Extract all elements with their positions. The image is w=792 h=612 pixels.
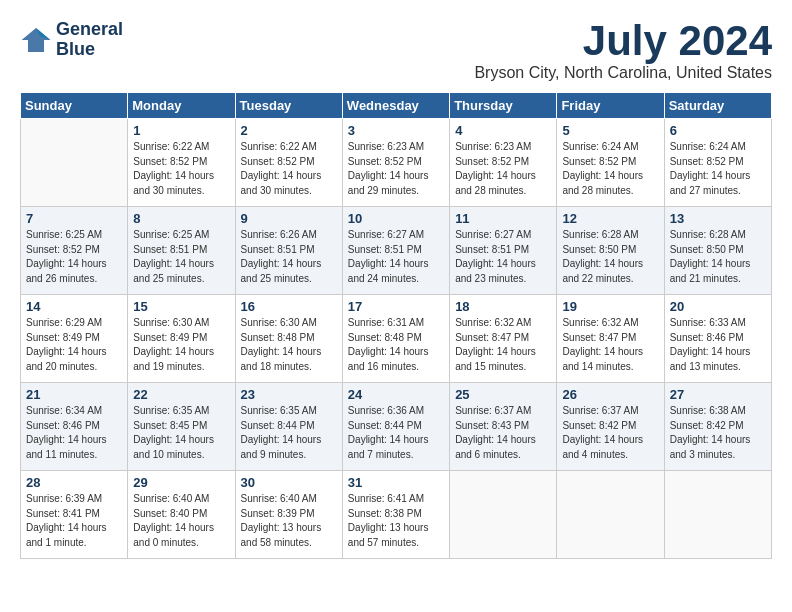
day-header-friday: Friday bbox=[557, 93, 664, 119]
calendar-cell bbox=[664, 471, 771, 559]
day-content: Sunrise: 6:30 AM Sunset: 8:48 PM Dayligh… bbox=[241, 316, 337, 374]
calendar-cell: 30Sunrise: 6:40 AM Sunset: 8:39 PM Dayli… bbox=[235, 471, 342, 559]
day-number: 4 bbox=[455, 123, 551, 138]
calendar-cell: 2Sunrise: 6:22 AM Sunset: 8:52 PM Daylig… bbox=[235, 119, 342, 207]
day-content: Sunrise: 6:23 AM Sunset: 8:52 PM Dayligh… bbox=[348, 140, 444, 198]
day-number: 6 bbox=[670, 123, 766, 138]
day-content: Sunrise: 6:33 AM Sunset: 8:46 PM Dayligh… bbox=[670, 316, 766, 374]
day-number: 7 bbox=[26, 211, 122, 226]
month-title: July 2024 bbox=[474, 20, 772, 62]
day-number: 25 bbox=[455, 387, 551, 402]
calendar-cell bbox=[557, 471, 664, 559]
day-content: Sunrise: 6:27 AM Sunset: 8:51 PM Dayligh… bbox=[455, 228, 551, 286]
calendar-cell: 20Sunrise: 6:33 AM Sunset: 8:46 PM Dayli… bbox=[664, 295, 771, 383]
day-content: Sunrise: 6:36 AM Sunset: 8:44 PM Dayligh… bbox=[348, 404, 444, 462]
title-block: July 2024 Bryson City, North Carolina, U… bbox=[474, 20, 772, 82]
day-content: Sunrise: 6:24 AM Sunset: 8:52 PM Dayligh… bbox=[670, 140, 766, 198]
day-number: 14 bbox=[26, 299, 122, 314]
day-content: Sunrise: 6:35 AM Sunset: 8:44 PM Dayligh… bbox=[241, 404, 337, 462]
day-content: Sunrise: 6:37 AM Sunset: 8:43 PM Dayligh… bbox=[455, 404, 551, 462]
calendar-week-row: 7Sunrise: 6:25 AM Sunset: 8:52 PM Daylig… bbox=[21, 207, 772, 295]
day-number: 13 bbox=[670, 211, 766, 226]
calendar-cell: 17Sunrise: 6:31 AM Sunset: 8:48 PM Dayli… bbox=[342, 295, 449, 383]
calendar-cell: 12Sunrise: 6:28 AM Sunset: 8:50 PM Dayli… bbox=[557, 207, 664, 295]
day-content: Sunrise: 6:32 AM Sunset: 8:47 PM Dayligh… bbox=[562, 316, 658, 374]
svg-marker-0 bbox=[22, 28, 51, 52]
calendar-cell: 26Sunrise: 6:37 AM Sunset: 8:42 PM Dayli… bbox=[557, 383, 664, 471]
day-content: Sunrise: 6:34 AM Sunset: 8:46 PM Dayligh… bbox=[26, 404, 122, 462]
calendar-cell: 7Sunrise: 6:25 AM Sunset: 8:52 PM Daylig… bbox=[21, 207, 128, 295]
day-content: Sunrise: 6:28 AM Sunset: 8:50 PM Dayligh… bbox=[562, 228, 658, 286]
location-title: Bryson City, North Carolina, United Stat… bbox=[474, 64, 772, 82]
day-number: 27 bbox=[670, 387, 766, 402]
day-number: 23 bbox=[241, 387, 337, 402]
calendar-cell: 22Sunrise: 6:35 AM Sunset: 8:45 PM Dayli… bbox=[128, 383, 235, 471]
day-content: Sunrise: 6:22 AM Sunset: 8:52 PM Dayligh… bbox=[133, 140, 229, 198]
calendar-cell: 1Sunrise: 6:22 AM Sunset: 8:52 PM Daylig… bbox=[128, 119, 235, 207]
day-content: Sunrise: 6:39 AM Sunset: 8:41 PM Dayligh… bbox=[26, 492, 122, 550]
logo-icon bbox=[20, 24, 52, 56]
day-content: Sunrise: 6:40 AM Sunset: 8:39 PM Dayligh… bbox=[241, 492, 337, 550]
day-number: 11 bbox=[455, 211, 551, 226]
calendar-cell: 29Sunrise: 6:40 AM Sunset: 8:40 PM Dayli… bbox=[128, 471, 235, 559]
day-content: Sunrise: 6:41 AM Sunset: 8:38 PM Dayligh… bbox=[348, 492, 444, 550]
logo: General Blue bbox=[20, 20, 123, 60]
day-content: Sunrise: 6:28 AM Sunset: 8:50 PM Dayligh… bbox=[670, 228, 766, 286]
calendar-cell: 13Sunrise: 6:28 AM Sunset: 8:50 PM Dayli… bbox=[664, 207, 771, 295]
calendar-cell: 5Sunrise: 6:24 AM Sunset: 8:52 PM Daylig… bbox=[557, 119, 664, 207]
day-number: 17 bbox=[348, 299, 444, 314]
day-content: Sunrise: 6:37 AM Sunset: 8:42 PM Dayligh… bbox=[562, 404, 658, 462]
calendar-week-row: 1Sunrise: 6:22 AM Sunset: 8:52 PM Daylig… bbox=[21, 119, 772, 207]
calendar-cell bbox=[21, 119, 128, 207]
calendar-cell: 15Sunrise: 6:30 AM Sunset: 8:49 PM Dayli… bbox=[128, 295, 235, 383]
day-header-tuesday: Tuesday bbox=[235, 93, 342, 119]
day-content: Sunrise: 6:24 AM Sunset: 8:52 PM Dayligh… bbox=[562, 140, 658, 198]
day-content: Sunrise: 6:38 AM Sunset: 8:42 PM Dayligh… bbox=[670, 404, 766, 462]
day-number: 9 bbox=[241, 211, 337, 226]
day-header-monday: Monday bbox=[128, 93, 235, 119]
day-content: Sunrise: 6:25 AM Sunset: 8:52 PM Dayligh… bbox=[26, 228, 122, 286]
day-number: 21 bbox=[26, 387, 122, 402]
calendar-cell: 21Sunrise: 6:34 AM Sunset: 8:46 PM Dayli… bbox=[21, 383, 128, 471]
day-header-saturday: Saturday bbox=[664, 93, 771, 119]
day-header-wednesday: Wednesday bbox=[342, 93, 449, 119]
calendar-cell: 25Sunrise: 6:37 AM Sunset: 8:43 PM Dayli… bbox=[450, 383, 557, 471]
calendar-cell: 6Sunrise: 6:24 AM Sunset: 8:52 PM Daylig… bbox=[664, 119, 771, 207]
calendar-cell: 23Sunrise: 6:35 AM Sunset: 8:44 PM Dayli… bbox=[235, 383, 342, 471]
day-content: Sunrise: 6:30 AM Sunset: 8:49 PM Dayligh… bbox=[133, 316, 229, 374]
day-content: Sunrise: 6:32 AM Sunset: 8:47 PM Dayligh… bbox=[455, 316, 551, 374]
day-number: 24 bbox=[348, 387, 444, 402]
day-number: 3 bbox=[348, 123, 444, 138]
day-number: 1 bbox=[133, 123, 229, 138]
day-number: 31 bbox=[348, 475, 444, 490]
day-number: 16 bbox=[241, 299, 337, 314]
calendar-cell: 27Sunrise: 6:38 AM Sunset: 8:42 PM Dayli… bbox=[664, 383, 771, 471]
day-content: Sunrise: 6:31 AM Sunset: 8:48 PM Dayligh… bbox=[348, 316, 444, 374]
calendar-cell: 9Sunrise: 6:26 AM Sunset: 8:51 PM Daylig… bbox=[235, 207, 342, 295]
day-number: 22 bbox=[133, 387, 229, 402]
calendar-cell: 31Sunrise: 6:41 AM Sunset: 8:38 PM Dayli… bbox=[342, 471, 449, 559]
day-number: 10 bbox=[348, 211, 444, 226]
logo-line1: General bbox=[56, 20, 123, 40]
calendar-week-row: 14Sunrise: 6:29 AM Sunset: 8:49 PM Dayli… bbox=[21, 295, 772, 383]
day-content: Sunrise: 6:23 AM Sunset: 8:52 PM Dayligh… bbox=[455, 140, 551, 198]
calendar-header-row: SundayMondayTuesdayWednesdayThursdayFrid… bbox=[21, 93, 772, 119]
day-number: 18 bbox=[455, 299, 551, 314]
calendar-week-row: 28Sunrise: 6:39 AM Sunset: 8:41 PM Dayli… bbox=[21, 471, 772, 559]
day-number: 12 bbox=[562, 211, 658, 226]
calendar-week-row: 21Sunrise: 6:34 AM Sunset: 8:46 PM Dayli… bbox=[21, 383, 772, 471]
calendar-cell bbox=[450, 471, 557, 559]
calendar-cell: 4Sunrise: 6:23 AM Sunset: 8:52 PM Daylig… bbox=[450, 119, 557, 207]
calendar-cell: 8Sunrise: 6:25 AM Sunset: 8:51 PM Daylig… bbox=[128, 207, 235, 295]
day-content: Sunrise: 6:22 AM Sunset: 8:52 PM Dayligh… bbox=[241, 140, 337, 198]
calendar-cell: 11Sunrise: 6:27 AM Sunset: 8:51 PM Dayli… bbox=[450, 207, 557, 295]
day-number: 2 bbox=[241, 123, 337, 138]
day-number: 26 bbox=[562, 387, 658, 402]
calendar-cell: 14Sunrise: 6:29 AM Sunset: 8:49 PM Dayli… bbox=[21, 295, 128, 383]
day-number: 29 bbox=[133, 475, 229, 490]
calendar-cell: 28Sunrise: 6:39 AM Sunset: 8:41 PM Dayli… bbox=[21, 471, 128, 559]
page-header: General Blue July 2024 Bryson City, Nort… bbox=[20, 20, 772, 82]
calendar-cell: 24Sunrise: 6:36 AM Sunset: 8:44 PM Dayli… bbox=[342, 383, 449, 471]
day-header-thursday: Thursday bbox=[450, 93, 557, 119]
calendar-cell: 19Sunrise: 6:32 AM Sunset: 8:47 PM Dayli… bbox=[557, 295, 664, 383]
